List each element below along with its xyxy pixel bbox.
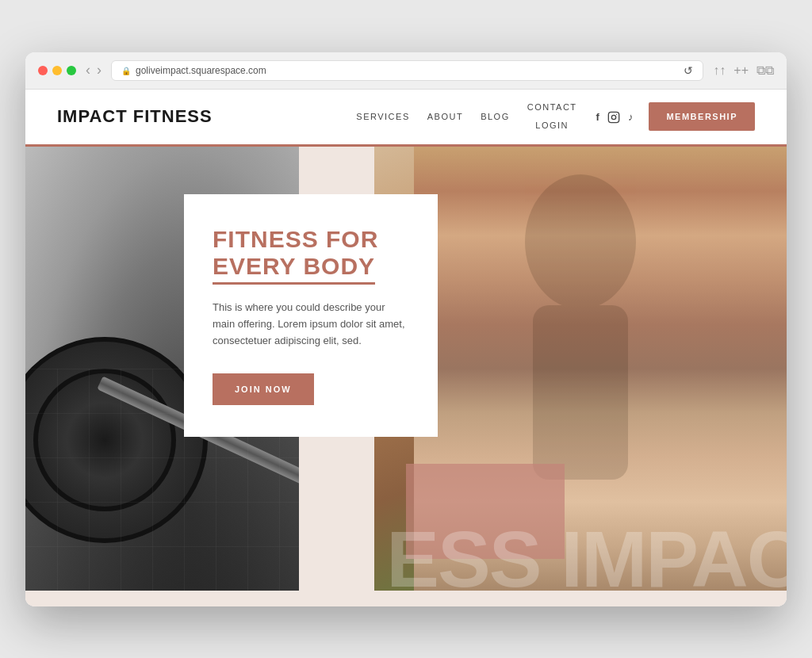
forward-button[interactable]	[97, 62, 102, 78]
main-nav: SERVICES ABOUT BLOG CONTACT LOGIN	[350, 98, 583, 136]
svg-point-2	[616, 113, 617, 114]
website: IMPACT FITNESS SERVICES ABOUT BLOG CONTA…	[25, 90, 787, 606]
instagram-icon[interactable]	[607, 109, 620, 123]
address-bar[interactable]: goliveimpact.squarespace.com	[111, 60, 703, 81]
hero-watermark-text: ESS IMPAC	[386, 519, 787, 599]
browser-actions: ↑ + ⧉	[713, 63, 774, 78]
svg-rect-0	[608, 112, 619, 122]
lock-icon	[121, 65, 131, 76]
nav-blog[interactable]: BLOG	[474, 109, 516, 124]
nav-contact-login: CONTACT LOGIN	[521, 98, 584, 136]
social-icons	[596, 109, 634, 123]
svg-point-1	[611, 115, 615, 119]
maximize-button[interactable]	[67, 66, 76, 75]
copy-icon[interactable]: ⧉	[756, 63, 774, 78]
facebook-icon[interactable]	[596, 110, 599, 123]
browser-nav-controls	[86, 62, 102, 78]
browser-chrome: goliveimpact.squarespace.com ↑ + ⧉	[25, 52, 787, 90]
tiktok-icon[interactable]	[628, 110, 634, 123]
share-icon[interactable]: ↑	[713, 63, 726, 78]
new-tab-button[interactable]: +	[733, 63, 749, 78]
site-logo[interactable]: IMPACT FITNESS	[57, 106, 350, 127]
hero-headline-line2: EVERY BODY	[213, 253, 375, 285]
back-button[interactable]	[86, 62, 90, 78]
hero-description: This is where you could describe your ma…	[213, 299, 409, 350]
join-now-button[interactable]: JOIN NOW	[213, 373, 314, 405]
nav-login[interactable]: LOGIN	[529, 117, 575, 135]
membership-button[interactable]: MEMBERSHIP	[649, 102, 755, 131]
nav-about[interactable]: ABOUT	[421, 109, 469, 124]
site-header: IMPACT FITNESS SERVICES ABOUT BLOG CONTA…	[25, 90, 787, 147]
traffic-lights	[38, 66, 76, 75]
url-text: goliveimpact.squarespace.com	[136, 65, 266, 76]
browser-window: goliveimpact.squarespace.com ↑ + ⧉ IMPAC…	[25, 52, 787, 606]
svg-rect-5	[533, 305, 628, 480]
hero-content-card: FITNESS FOR EVERY BODY This is where you…	[184, 194, 438, 437]
hero-headline: FITNESS FOR EVERY BODY	[213, 226, 409, 285]
refresh-icon[interactable]	[684, 64, 693, 77]
nav-contact[interactable]: CONTACT	[521, 98, 584, 117]
close-button[interactable]	[38, 66, 48, 75]
minimize-button[interactable]	[52, 66, 62, 75]
hero-headline-line1: FITNESS FOR	[213, 226, 378, 252]
nav-services[interactable]: SERVICES	[350, 109, 416, 124]
hero-section: FITNESS FOR EVERY BODY This is where you…	[25, 147, 787, 606]
svg-point-4	[525, 174, 636, 309]
